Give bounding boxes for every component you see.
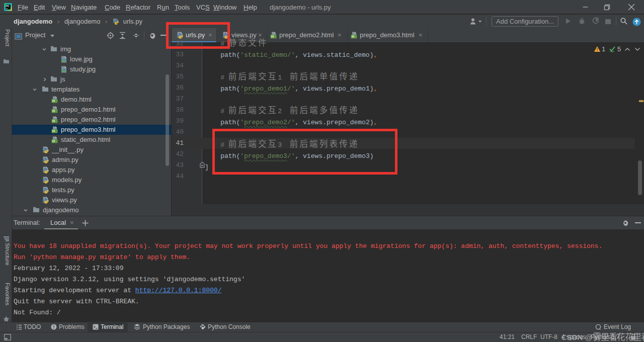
svg-text:H: H bbox=[52, 129, 55, 133]
svg-text:H: H bbox=[52, 109, 55, 113]
svg-text:H: H bbox=[52, 139, 55, 143]
svg-text:PC: PC bbox=[6, 5, 10, 8]
svg-text:H: H bbox=[52, 99, 55, 103]
svg-text:H: H bbox=[52, 119, 55, 123]
